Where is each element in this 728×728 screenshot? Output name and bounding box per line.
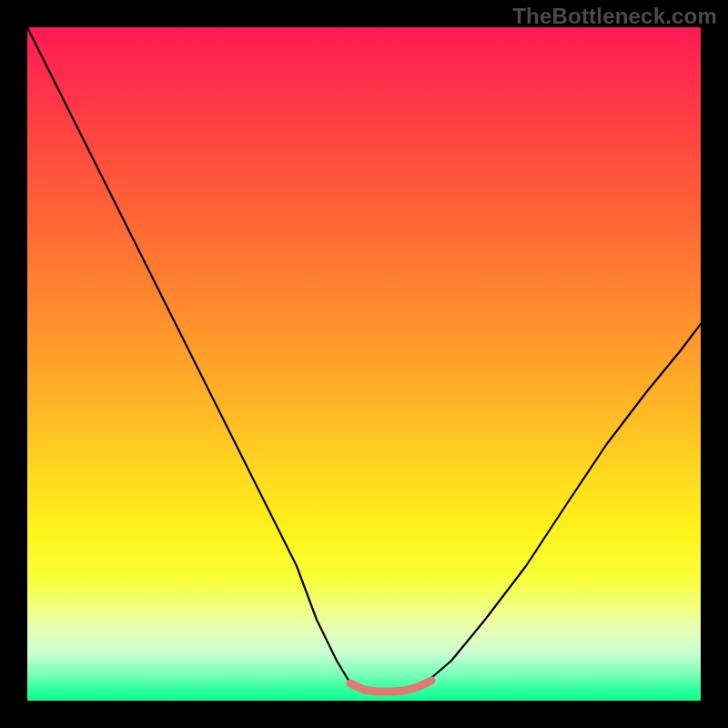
- bottleneck-curve: [27, 27, 701, 692]
- optimal-band-highlight: [350, 681, 431, 692]
- plot-area: [27, 27, 701, 701]
- chart-frame: TheBottleneck.com: [0, 0, 728, 728]
- watermark-text: TheBottleneck.com: [512, 4, 717, 29]
- curve-svg: [27, 27, 701, 701]
